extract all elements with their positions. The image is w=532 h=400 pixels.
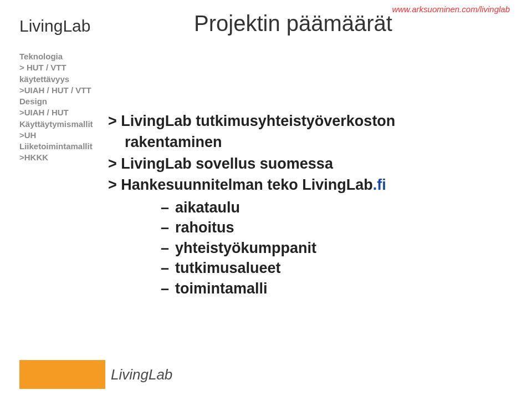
sub-item-label: rahoitus	[175, 217, 234, 237]
sidebar-item: Design	[19, 96, 119, 107]
sidebar-item: >UIAH / HUT	[19, 107, 119, 118]
top-title: LivingLab	[19, 17, 90, 36]
bullet-line-cont: rakentaminen	[108, 132, 507, 152]
sub-item-label: aikataulu	[175, 198, 240, 217]
sub-item-label: toimintamalli	[175, 279, 268, 298]
header-url: www.arksuominen.com/livinglab	[392, 4, 510, 14]
sub-item: –yhteistyökumppanit	[161, 238, 507, 258]
sidebar: Teknologia > HUT / VTT käytettävyys >UIA…	[19, 51, 119, 164]
bullet-line: > LivingLab tutkimusyhteistyöverkoston	[108, 111, 507, 131]
sidebar-item: >HKKK	[19, 152, 119, 163]
sub-item: –rahoitus	[161, 217, 507, 237]
bullet-line-prefix: > Hankesuunnitelman teko LivingLab	[108, 176, 373, 193]
dash-icon: –	[161, 279, 168, 298]
sidebar-item: > HUT / VTT	[19, 62, 119, 73]
main-content: > LivingLab tutkimusyhteistyöverkoston r…	[108, 111, 507, 298]
dash-icon: –	[161, 198, 168, 217]
bullet-line-suffix-link: .fi	[373, 176, 386, 193]
dash-icon: –	[161, 217, 168, 237]
sidebar-item: Liiketoimintamallit	[19, 141, 119, 152]
dash-icon: –	[161, 258, 168, 278]
sidebar-item: >UH	[19, 130, 119, 141]
sub-item: –aikataulu	[161, 198, 507, 217]
sidebar-item: käytettävyys	[19, 74, 119, 85]
sub-item-label: tutkimusalueet	[175, 258, 281, 278]
bullet-line: > LivingLab sovellus suomessa	[108, 154, 507, 174]
bullet-line: > Hankesuunnitelman teko LivingLab.fi	[108, 175, 507, 195]
sub-list: –aikataulu –rahoitus –yhteistyökumppanit…	[108, 198, 507, 298]
sidebar-item: Käyttäytymismallit	[19, 119, 119, 130]
sidebar-item: Teknologia	[19, 51, 119, 62]
sub-item-label: yhteistyökumppanit	[175, 238, 316, 258]
dash-icon: –	[161, 238, 168, 258]
sub-item: –toimintamalli	[161, 279, 507, 298]
sidebar-item: >UIAH / HUT / VTT	[19, 85, 119, 96]
slide-heading: Projektin päämäärät	[194, 11, 392, 36]
sub-item: –tutkimusalueet	[161, 258, 507, 278]
orange-accent-block	[19, 360, 105, 389]
footer-title: LivingLab	[111, 366, 172, 383]
slide: www.arksuominen.com/livinglab LivingLab …	[0, 0, 532, 400]
